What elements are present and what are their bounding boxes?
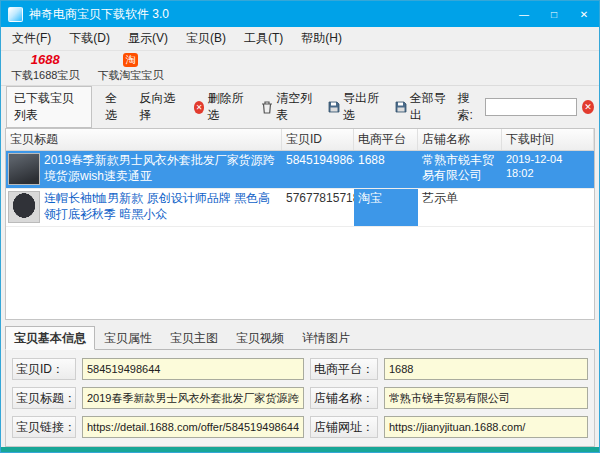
column-header-title[interactable]: 宝贝标题 — [6, 129, 282, 150]
menu-download[interactable]: 下载(D) — [60, 27, 119, 50]
status-bar: 神奇电商宝贝下载软件 3.0 | 如果您对本软件有定制修改需求， 欢迎点击这里联… — [1, 447, 599, 453]
platform-label: 电商平台： — [310, 358, 378, 380]
clear-list-label: 清空列表 — [276, 90, 314, 124]
title-bar[interactable]: 神奇电商宝贝下载软件 3.0 — □ ✕ — [1, 1, 599, 27]
main-toolbar: 1688 下载1688宝贝 淘 下载淘宝宝贝 — [1, 51, 599, 86]
column-header-time[interactable]: 下载时间 — [502, 129, 594, 150]
search-input[interactable] — [485, 98, 577, 116]
shop-url-label: 店铺网址： — [310, 416, 378, 438]
menu-product[interactable]: 宝贝(B) — [177, 27, 235, 50]
product-link-label: 宝贝链接： — [12, 416, 76, 438]
close-button[interactable]: ✕ — [569, 1, 599, 27]
1688-logo-icon: 1688 — [31, 53, 60, 67]
delete-selected-button[interactable]: ✕ 删除所选 — [188, 87, 254, 127]
product-title: 2019春季新款男士风衣外套批发厂家货源跨境货源wish速卖通亚 — [44, 153, 280, 186]
shop-name-label: 店铺名称： — [310, 387, 378, 409]
download-time-cell — [502, 189, 594, 226]
download-1688-button[interactable]: 1688 下载1688宝贝 — [3, 52, 87, 84]
taobao-logo-icon: 淘 — [123, 53, 138, 67]
tab-video[interactable]: 宝贝视频 — [227, 326, 293, 349]
product-thumbnail — [8, 153, 40, 185]
delete-selected-label: 删除所选 — [207, 90, 247, 124]
product-id-cell: 576778157186 — [282, 189, 354, 226]
product-id-field[interactable] — [82, 358, 304, 380]
column-header-shop[interactable]: 店铺名称 — [418, 129, 502, 150]
download-time-cell: 2019-12-04 18:02 — [502, 151, 594, 188]
title-cell: 2019春季新款男士风衣外套批发厂家货源跨境货源wish速卖通亚 — [6, 151, 282, 188]
menu-file[interactable]: 文件(F) — [3, 27, 60, 50]
export-selected-label: 导出所选 — [343, 90, 381, 124]
table-row[interactable]: 连帽长袖t恤男新款 原创设计师品牌 黑色高领打底衫秋季 暗黑小众 5767781… — [6, 189, 594, 227]
column-header-platform[interactable]: 电商平台 — [354, 129, 418, 150]
menu-tools[interactable]: 工具(T) — [235, 27, 292, 50]
detail-tabs: 宝贝基本信息 宝贝属性 宝贝主图 宝贝视频 详情图片 — [5, 326, 595, 350]
window-title: 神奇电商宝贝下载软件 3.0 — [29, 6, 169, 23]
export-selected-button[interactable]: 导出所选 — [322, 87, 387, 127]
menu-view[interactable]: 显示(V) — [119, 27, 177, 50]
tab-basic-info[interactable]: 宝贝基本信息 — [5, 326, 95, 350]
menu-bar: 文件(F) 下载(D) 显示(V) 宝贝(B) 工具(T) 帮助(H) — [1, 27, 599, 51]
tab-detail-images[interactable]: 详情图片 — [293, 326, 359, 349]
app-window: 神奇电商宝贝下载软件 3.0 — □ ✕ 文件(F) 下载(D) 显示(V) 宝… — [0, 0, 600, 453]
tab-main-images[interactable]: 宝贝主图 — [161, 326, 227, 349]
download-1688-label: 下载1688宝贝 — [11, 68, 79, 83]
platform-cell: 淘宝 — [354, 189, 418, 226]
table-row[interactable]: 2019春季新款男士风衣外套批发厂家货源跨境货源wish速卖通亚 5845194… — [6, 151, 594, 189]
shop-name-cell: 艺示单 — [418, 189, 502, 226]
delete-icon: ✕ — [194, 101, 205, 114]
trash-icon — [261, 101, 273, 114]
maximize-button[interactable]: □ — [539, 1, 569, 27]
export-all-button[interactable]: 全部导出 — [389, 87, 454, 127]
product-title: 连帽长袖t恤男新款 原创设计师品牌 黑色高领打底衫秋季 暗黑小众 — [44, 191, 280, 224]
product-link-field[interactable] — [82, 416, 304, 438]
menu-help[interactable]: 帮助(H) — [292, 27, 351, 50]
minimize-button[interactable]: — — [509, 1, 539, 27]
shop-url-field[interactable] — [384, 416, 588, 438]
title-cell: 连帽长袖t恤男新款 原创设计师品牌 黑色高领打底衫秋季 暗黑小众 — [6, 189, 282, 226]
product-id-label: 宝贝ID： — [12, 358, 76, 380]
export-all-label: 全部导出 — [410, 90, 448, 124]
window-controls: — □ ✕ — [509, 1, 599, 27]
download-taobao-label: 下载淘宝宝贝 — [97, 68, 163, 83]
product-title-label: 宝贝标题： — [12, 387, 76, 409]
column-header-id[interactable]: 宝贝ID — [282, 129, 354, 150]
table-header: 宝贝标题 宝贝ID 电商平台 店铺名称 下载时间 — [6, 129, 594, 151]
clear-search-icon[interactable]: ✕ — [582, 100, 594, 114]
product-thumbnail — [8, 191, 40, 223]
platform-field[interactable] — [384, 358, 588, 380]
product-id-cell: 584519498644 — [282, 151, 354, 188]
app-icon — [8, 7, 23, 22]
product-title-field[interactable] — [82, 387, 304, 409]
shop-name-field[interactable] — [384, 387, 588, 409]
detail-panel: 宝贝ID： 电商平台： 宝贝标题： 店铺名称： 宝贝链接： 店铺网址： — [5, 350, 595, 447]
shop-name-cell: 常熟市锐丰贸易有限公司 — [418, 151, 502, 188]
save-all-icon — [395, 101, 407, 113]
clear-list-button[interactable]: 清空列表 — [255, 87, 320, 127]
invert-selection-button[interactable]: 反向选择 — [133, 87, 185, 127]
tab-attributes[interactable]: 宝贝属性 — [95, 326, 161, 349]
downloaded-list-tab[interactable]: 已下载宝贝列表 — [6, 86, 92, 128]
download-taobao-button[interactable]: 淘 下载淘宝宝贝 — [89, 52, 171, 84]
search-label: 搜索: — [457, 90, 480, 124]
list-toolbar: 已下载宝贝列表 全选 反向选择 ✕ 删除所选 清空列表 导出所选 全部导出 搜索… — [1, 86, 599, 128]
select-all-button[interactable]: 全选 — [99, 87, 131, 127]
platform-cell: 1688 — [354, 151, 418, 188]
product-table: 宝贝标题 宝贝ID 电商平台 店铺名称 下载时间 2019春季新款男士风衣外套批… — [5, 128, 595, 320]
save-icon — [328, 101, 340, 113]
